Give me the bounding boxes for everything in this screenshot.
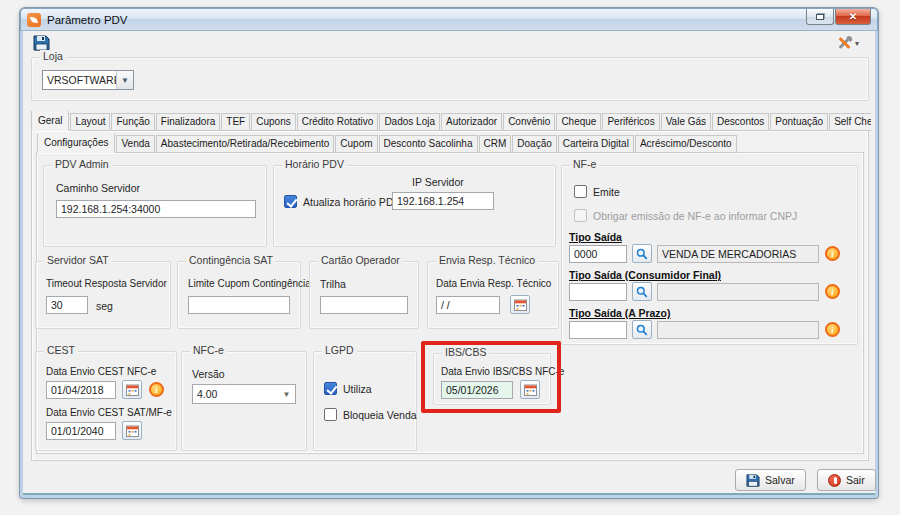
limite-cupom-input[interactable] bbox=[188, 296, 290, 314]
tab-cupom[interactable]: Cupom bbox=[335, 135, 377, 153]
tab-cupons[interactable]: Cupons bbox=[251, 113, 295, 131]
cest-info-icon[interactable] bbox=[149, 382, 164, 397]
tab-descontos[interactable]: Descontos bbox=[712, 113, 769, 131]
sub-tab-bar: Configurações Venda Abastecimento/Retira… bbox=[37, 134, 857, 153]
data-envio-cest-nfce-input[interactable] bbox=[46, 381, 116, 399]
data-envio-cest-sat-input[interactable] bbox=[46, 422, 116, 440]
calendar-icon bbox=[514, 299, 527, 311]
pdv-admin-title: PDV Admin bbox=[52, 158, 112, 170]
tab-desconto-sacolinha[interactable]: Desconto Sacolinha bbox=[379, 135, 478, 153]
chevron-down-icon: ▼ bbox=[116, 71, 133, 89]
versao-combobox[interactable]: 4.00 ▼ bbox=[192, 384, 296, 404]
cest-nfce-calendar-button[interactable] bbox=[122, 380, 142, 399]
salvar-button[interactable]: Salvar bbox=[735, 469, 806, 491]
versao-value: 4.00 bbox=[193, 385, 278, 403]
tab-geral[interactable]: Geral bbox=[31, 111, 69, 131]
parametro-pdv-window: Parâmetro PDV ✕ ▾ Loja VRSOFTWARE 1 ▼ Ge… bbox=[20, 8, 878, 498]
ip-servidor-input[interactable] bbox=[392, 192, 494, 210]
data-envia-resp-label: Data Envia Resp. Técnico bbox=[436, 278, 551, 289]
data-envia-resp-input[interactable] bbox=[436, 296, 500, 314]
tipo-saida-info-icon[interactable] bbox=[825, 246, 840, 261]
tab-self-checkout[interactable]: Self Checkout bbox=[829, 113, 871, 131]
tools-icon bbox=[836, 35, 852, 51]
timeout-label: Timeout Resposta Servidor bbox=[46, 278, 167, 289]
loja-group: Loja VRSOFTWARE 1 ▼ bbox=[31, 57, 869, 101]
floppy-icon bbox=[746, 474, 760, 487]
close-window-button[interactable]: ✕ bbox=[835, 9, 871, 25]
tipo-saida-cf-info-icon[interactable] bbox=[825, 284, 840, 299]
tipo-saida-prazo-info-icon[interactable] bbox=[825, 322, 840, 337]
tab-credito-rotativo[interactable]: Crédito Rotativo bbox=[297, 113, 379, 131]
atualiza-horario-checkbox[interactable]: Atualiza horário PDV bbox=[284, 195, 400, 208]
tipo-saida-prazo-code-input[interactable] bbox=[569, 321, 627, 339]
restore-window-button[interactable] bbox=[806, 9, 834, 25]
data-envio-cest-nfce-label: Data Envio CEST NFC-e bbox=[46, 366, 156, 377]
tipo-saida-prazo-search-button[interactable] bbox=[632, 320, 652, 339]
tab-finalizadora[interactable]: Finalizadora bbox=[156, 113, 220, 131]
cartao-operador-group: Cartão Operador Trilha bbox=[309, 261, 419, 329]
tab-doacao[interactable]: Doação bbox=[512, 135, 556, 153]
horario-pdv-title: Horário PDV bbox=[282, 158, 347, 170]
restore-icon bbox=[816, 14, 824, 20]
ibs-cbs-title: IBS/CBS bbox=[442, 346, 489, 358]
magnifier-icon bbox=[636, 286, 648, 298]
emite-checkbox[interactable]: Emite bbox=[574, 185, 620, 198]
tipo-saida-label[interactable]: Tipo Saída bbox=[569, 231, 622, 243]
tipo-saida-cf-search-button[interactable] bbox=[632, 282, 652, 301]
tipo-saida-prazo-label[interactable]: Tipo Saída (A Prazo) bbox=[569, 307, 671, 319]
tab-carteira-digital[interactable]: Carteira Digital bbox=[558, 135, 634, 153]
title-bar[interactable]: Parâmetro PDV ✕ bbox=[20, 8, 878, 31]
calendar-icon bbox=[126, 425, 139, 437]
data-envio-ibs-cbs-label: Data Envio IBS/CBS NFC-e bbox=[441, 366, 564, 377]
loja-value: VRSOFTWARE 1 bbox=[43, 71, 116, 89]
tab-funcao[interactable]: Função bbox=[111, 113, 154, 131]
toolbar-save-button[interactable] bbox=[33, 35, 50, 51]
tab-tef[interactable]: TEF bbox=[221, 113, 250, 131]
sair-button[interactable]: Sair bbox=[817, 469, 876, 491]
tab-vale-gas[interactable]: Vale Gás bbox=[661, 113, 711, 131]
tipo-saida-code-input[interactable] bbox=[569, 245, 627, 263]
loja-combobox[interactable]: VRSOFTWARE 1 ▼ bbox=[42, 70, 134, 90]
nfce-title: NFC-e bbox=[190, 344, 227, 356]
servidor-sat-title: Servidor SAT bbox=[44, 254, 112, 266]
servidor-sat-group: Servidor SAT Timeout Resposta Servidor s… bbox=[35, 261, 171, 329]
tab-layout[interactable]: Layout bbox=[70, 113, 110, 131]
tab-venda[interactable]: Venda bbox=[116, 135, 154, 153]
bloqueia-venda-label: Bloqueia Venda bbox=[343, 409, 417, 421]
tab-cheque[interactable]: Cheque bbox=[556, 113, 601, 131]
toolbar-tools-menu[interactable]: ▾ bbox=[836, 35, 859, 51]
tipo-saida-search-button[interactable] bbox=[632, 244, 652, 263]
tab-pontuacao[interactable]: Pontuação bbox=[770, 113, 828, 131]
utiliza-checkbox[interactable]: Utiliza bbox=[324, 382, 372, 395]
cest-sat-calendar-button[interactable] bbox=[122, 421, 142, 440]
tab-crm[interactable]: CRM bbox=[479, 135, 512, 153]
tab-perifericos[interactable]: Periféricos bbox=[602, 113, 659, 131]
close-icon: ✕ bbox=[849, 12, 857, 22]
data-envia-resp-calendar-button[interactable] bbox=[510, 295, 530, 314]
salvar-label: Salvar bbox=[765, 474, 795, 486]
checkbox-unchecked-icon bbox=[324, 408, 337, 421]
timeout-input[interactable] bbox=[46, 296, 88, 314]
trilha-input[interactable] bbox=[320, 296, 408, 314]
app-icon bbox=[27, 13, 41, 27]
caminho-servidor-input[interactable] bbox=[56, 200, 256, 218]
sair-label: Sair bbox=[846, 474, 865, 486]
tab-abastecimento[interactable]: Abastecimento/Retirada/Recebimento bbox=[156, 135, 334, 153]
obrigar-emissao-label: Obrigar emissão de NF-e ao informar CNPJ bbox=[593, 210, 797, 222]
tab-dados-loja[interactable]: Dados Loja bbox=[379, 113, 440, 131]
data-envio-ibs-cbs-input[interactable] bbox=[441, 381, 513, 399]
tab-convenio[interactable]: Convênio bbox=[503, 113, 555, 131]
tab-autorizador[interactable]: Autorizador bbox=[441, 113, 502, 131]
ibs-cbs-calendar-button[interactable] bbox=[520, 380, 540, 399]
trilha-label: Trilha bbox=[320, 278, 346, 290]
tab-acrescimo-desconto[interactable]: Acréscimo/Desconto bbox=[635, 135, 737, 153]
tipo-saida-cf-label[interactable]: Tipo Saída (Consumidor Final) bbox=[569, 269, 721, 281]
bloqueia-venda-checkbox[interactable]: Bloqueia Venda bbox=[324, 408, 417, 421]
tipo-saida-cf-code-input[interactable] bbox=[569, 283, 627, 301]
versao-label: Versão bbox=[192, 368, 225, 380]
envia-resp-tecnico-title: Envia Resp. Técnico bbox=[436, 254, 538, 266]
cest-title: CEST bbox=[44, 344, 78, 356]
tab-configuracoes[interactable]: Configurações bbox=[37, 134, 115, 153]
lgpd-title: LGPD bbox=[322, 344, 357, 356]
tipo-saida-desc-field bbox=[657, 245, 819, 263]
